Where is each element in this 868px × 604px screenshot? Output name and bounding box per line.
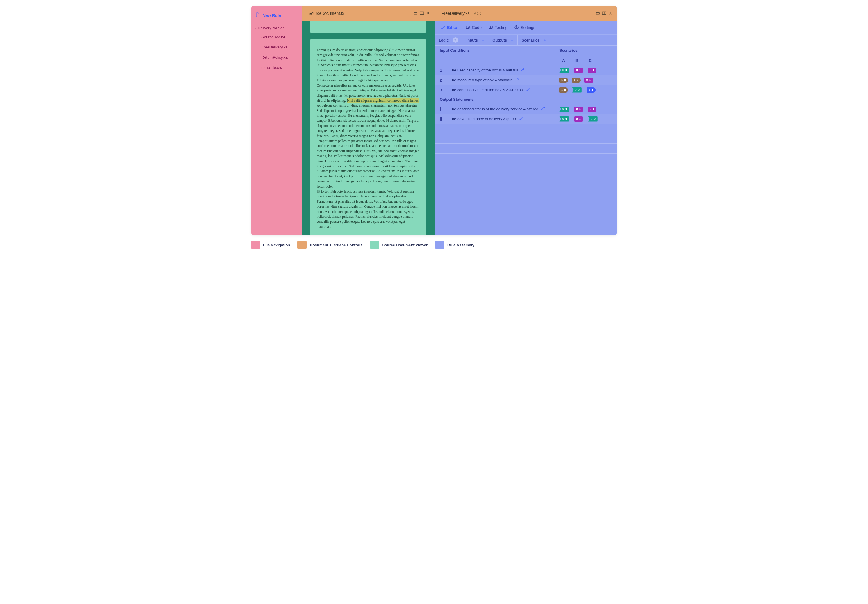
minimize-icon[interactable] — [413, 11, 418, 16]
pencil-icon[interactable] — [519, 116, 523, 121]
scenario-col-c: C — [586, 58, 594, 63]
pencil-icon[interactable] — [526, 87, 530, 92]
scenario-chip[interactable]: 0 0 — [572, 87, 581, 93]
doc-title: SourceDocument.tx — [308, 11, 413, 15]
scenario-chip[interactable]: 1 1 — [587, 87, 594, 93]
scenario-columns-header: A B C — [435, 56, 617, 65]
scenario-chip[interactable]: 0 1 — [574, 107, 583, 112]
row-index: 1 — [440, 68, 450, 73]
legend-item: Rule Assembly — [435, 241, 474, 249]
tab-code[interactable]: Code — [466, 24, 481, 31]
table-row: iThe described status of the delivery se… — [435, 104, 617, 114]
row-text: The measured type of box = standard — [450, 77, 554, 82]
legend-swatch — [435, 241, 445, 249]
pencil-icon[interactable] — [515, 77, 519, 82]
table-row: 2The measured type of box = standard1 01… — [435, 75, 617, 85]
empty-row — [435, 124, 617, 134]
add-scenario-button[interactable]: + — [544, 38, 546, 42]
scenario-cells: 1 01 00 1 — [554, 77, 612, 83]
tab-settings[interactable]: Settings — [515, 24, 535, 31]
scenario-chip[interactable]: 0 1 — [588, 107, 597, 112]
doc-paragraph: Consectetur phasellus mi auctor et in ma… — [317, 83, 420, 138]
section-inputs[interactable]: Inputs + — [462, 35, 488, 45]
input-conditions-label: Input Conditions — [440, 48, 554, 53]
add-input-button[interactable]: + — [482, 38, 484, 42]
row-index: 3 — [440, 88, 450, 92]
scenario-chip[interactable]: 0 0 — [560, 107, 569, 112]
scenario-cells: 0 00 10 0 — [554, 116, 612, 122]
section-logic[interactable]: Logic ? — [435, 35, 462, 45]
scenario-chip[interactable]: 0 1 — [584, 77, 593, 83]
row-index: 2 — [440, 78, 450, 82]
rule-pane-controls — [595, 11, 613, 16]
file-sourcedoc[interactable]: SourceDoc.txt — [262, 32, 298, 42]
table-row: 3The contained value of the box is ≥ $10… — [435, 85, 617, 95]
split-icon[interactable] — [420, 11, 424, 16]
play-icon — [488, 25, 493, 30]
legend-swatch — [298, 241, 307, 249]
empty-row — [435, 134, 617, 144]
row-text: The advertized price of delivery ≥ $0.00 — [450, 116, 554, 121]
doc-pane-header: SourceDocument.tx — [302, 6, 435, 21]
scenario-chip[interactable]: 1 0 — [560, 87, 567, 93]
section-scenarios[interactable]: Scenarios + — [518, 35, 550, 45]
scenario-chip[interactable]: 0 0 — [588, 116, 598, 122]
scenario-chip[interactable]: 1 0 — [560, 77, 567, 83]
legend-label: Source Document Viewer — [382, 243, 428, 247]
table-row: 1The used capacity of the box is ≥ half … — [435, 65, 617, 75]
output-statements-label: Output Statements — [435, 95, 617, 104]
tab-editor[interactable]: Editor — [441, 24, 459, 31]
scenario-cells: 1 00 01 1 — [554, 87, 612, 93]
row-text: The described status of the delivery ser… — [450, 107, 554, 112]
file-returnpolicy[interactable]: ReturnPolicy.xa — [262, 52, 298, 62]
split-icon[interactable] — [602, 11, 606, 16]
svg-rect-13 — [489, 26, 492, 29]
empty-row — [435, 144, 617, 153]
doc-paragraph: Lorem ipsum dolor sit amet, consectetur … — [317, 48, 420, 83]
add-output-button[interactable]: + — [511, 38, 513, 42]
source-document-pane: SourceDocument.tx Lorem ipsum dolor sit … — [302, 6, 435, 235]
scenario-chip[interactable]: 0 0 — [560, 116, 569, 122]
help-icon[interactable]: ? — [453, 37, 458, 43]
file-template[interactable]: template.xrs — [262, 62, 298, 73]
close-icon[interactable] — [608, 11, 613, 16]
scenario-chip[interactable]: 0 1 — [574, 116, 583, 122]
new-rule-button[interactable]: New Rule — [251, 12, 302, 22]
scenario-col-a: A — [560, 58, 567, 63]
pencil-icon[interactable] — [541, 107, 545, 112]
doc-pane-controls — [413, 11, 431, 16]
scenario-cells: 0 00 10 1 — [554, 68, 612, 73]
rule-assembly-pane: FreeDelivery.xa V 1.0 Editor Code Testin… — [435, 6, 617, 235]
folder-delivery-policies[interactable]: ▾ DeliveryPolicies — [255, 24, 298, 32]
doc-scroller[interactable]: Lorem ipsum dolor sit amet, consectetur … — [302, 21, 435, 235]
new-rule-label: New Rule — [263, 13, 281, 18]
svg-point-14 — [516, 27, 518, 28]
section-outputs[interactable]: Outputs + — [488, 35, 518, 45]
legend-label: Document Tile/Pane Controls — [310, 243, 362, 247]
new-rule-icon — [255, 12, 260, 18]
rule-title: FreeDelivery.xa — [442, 11, 470, 15]
svg-rect-12 — [466, 26, 470, 29]
doc-paragraph: Ut tortor nibh odio faucibus risus inter… — [317, 189, 420, 229]
legend-item: Source Document Viewer — [370, 241, 428, 249]
svg-rect-6 — [597, 12, 600, 14]
scenario-chip[interactable]: 0 0 — [560, 68, 569, 73]
gear-icon — [515, 25, 519, 30]
minimize-icon[interactable] — [595, 11, 600, 16]
code-icon — [466, 25, 470, 30]
doc-page-peek — [310, 21, 426, 33]
pencil-icon[interactable] — [521, 68, 525, 73]
output-rows: iThe described status of the delivery se… — [435, 104, 617, 124]
table-header-inputs: Input Conditions Scenarios — [435, 46, 617, 56]
tab-testing[interactable]: Testing — [488, 24, 507, 31]
scenario-chip[interactable]: 1 0 — [572, 77, 579, 83]
highlighted-text[interactable]: Nisl velit aliquam dignissim commodo dia… — [347, 98, 420, 102]
input-rows: 1The used capacity of the box is ≥ half … — [435, 65, 617, 95]
file-freedelivery[interactable]: FreeDelivery.xa — [262, 42, 298, 52]
scenario-chip[interactable]: 0 1 — [588, 68, 597, 73]
rule-section-bar: Logic ? Inputs + Outputs + Scenarios + — [435, 34, 617, 46]
close-icon[interactable] — [426, 11, 431, 16]
svg-rect-0 — [414, 12, 417, 14]
scenario-chip[interactable]: 0 1 — [574, 68, 583, 73]
view-tabs: Editor Code Testing Settings — [435, 21, 617, 34]
